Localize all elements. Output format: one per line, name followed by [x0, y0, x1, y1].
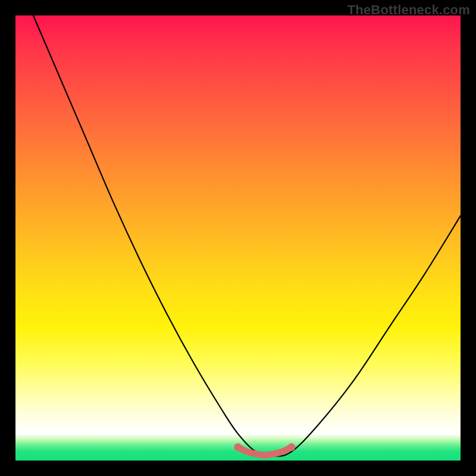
optimal-zone-endpoint: [287, 443, 295, 451]
plot-area: [15, 15, 461, 461]
chart-frame: TheBottleneck.com: [0, 0, 476, 476]
chart-svg: [15, 15, 461, 461]
bottleneck-curve: [33, 15, 461, 456]
optimal-zone-endpoint: [234, 443, 242, 451]
optimal-zone-curve: [238, 447, 292, 455]
